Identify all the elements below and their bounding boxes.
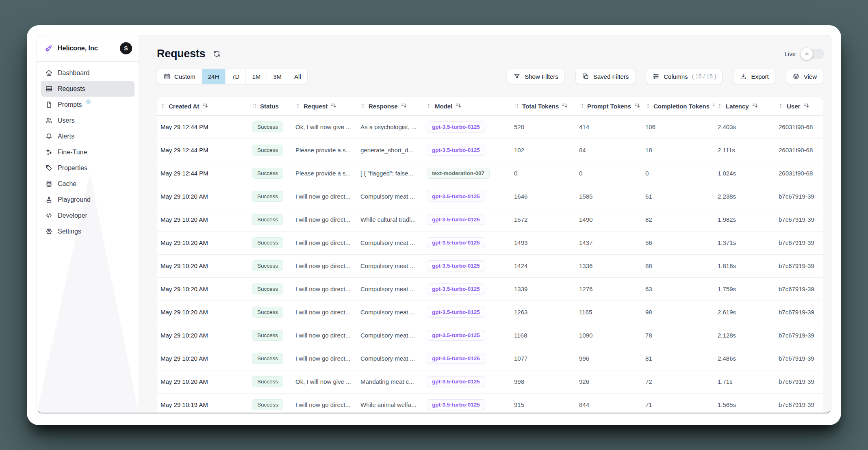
cell-model: gpt-3.5-turbo-0125 (423, 393, 511, 413)
sort-icon[interactable] (330, 102, 337, 110)
drag-dots-icon[interactable] (161, 103, 166, 110)
home-icon (45, 69, 53, 77)
sidebar-item-fine-tune[interactable]: Fine-Tune (41, 144, 135, 160)
drag-dots-icon[interactable] (579, 103, 584, 110)
drag-dots-icon[interactable] (514, 103, 519, 110)
table-row[interactable]: May 29 12:44 PMSuccessPlease provide a s… (157, 162, 823, 185)
live-label: Live (784, 50, 796, 57)
sort-icon[interactable] (455, 102, 462, 110)
model-badge: gpt-3.5-turbo-0125 (427, 214, 485, 225)
sidebar-item-alerts[interactable]: Alerts (41, 128, 135, 144)
cell-request: I will now go direct... (292, 347, 357, 370)
column-header-created-at[interactable]: Created At (157, 97, 249, 115)
columns-button[interactable]: Columns( 15 / 15 ) (646, 69, 723, 84)
cell-response: While cultural tradi... (357, 208, 423, 231)
drag-dots-icon[interactable] (252, 103, 257, 110)
drag-dots-icon[interactable] (360, 103, 366, 110)
bell-icon (45, 132, 53, 140)
drag-dots-icon[interactable] (645, 103, 651, 110)
cell-request: I will now go direct... (292, 185, 357, 208)
table-row[interactable]: May 29 10:20 AMSuccessI will now go dire… (157, 254, 823, 277)
column-label: User (787, 103, 800, 110)
sort-icon[interactable] (562, 102, 568, 110)
org-switcher[interactable]: Helicone, Inc S (37, 35, 139, 62)
cell-latency: 2.403s (714, 115, 775, 138)
table-row[interactable]: May 29 12:44 PMSuccessPlease provide a s… (157, 138, 823, 162)
cell-total-tokens: 1493 (511, 231, 576, 254)
table-row[interactable]: May 29 10:19 AMSuccessI will now go dire… (157, 393, 823, 413)
drag-dots-icon[interactable] (779, 103, 784, 110)
sidebar-item-properties[interactable]: Properties (41, 160, 135, 176)
sort-icon[interactable] (202, 102, 208, 110)
table-row[interactable]: May 29 12:44 PMSuccessOk, I will now giv… (157, 115, 823, 138)
time-range-custom[interactable]: Custom (157, 69, 202, 84)
time-range-all[interactable]: All (288, 69, 307, 84)
cell-response: Compulsory meat ... (357, 185, 423, 208)
cell-completion-tokens: 61 (642, 185, 714, 208)
sort-icon[interactable] (401, 102, 407, 110)
table-row[interactable]: May 29 10:20 AMSuccessI will now go dire… (157, 208, 823, 231)
time-range-3m[interactable]: 3M (267, 69, 288, 84)
status-badge: Success (252, 214, 283, 225)
table-row[interactable]: May 29 10:20 AMSuccessI will now go dire… (157, 347, 823, 370)
cell-model: gpt-3.5-turbo-0125 (423, 231, 511, 254)
sort-icon[interactable] (803, 102, 809, 110)
show-filters-button[interactable]: Show Filters (507, 69, 565, 84)
cell-user: 26031f90-68 (775, 138, 823, 162)
column-header-response[interactable]: Response (357, 97, 423, 115)
cell-total-tokens: 102 (511, 138, 576, 162)
column-header-request[interactable]: Request (292, 97, 357, 115)
column-header-total-tokens[interactable]: Total Tokens (511, 97, 576, 115)
drag-dots-icon[interactable] (295, 103, 301, 110)
column-header-status[interactable]: Status (249, 97, 292, 115)
sidebar-item-label: Users (58, 117, 75, 124)
column-header-user[interactable]: User (775, 97, 823, 115)
cell-created-at: May 29 10:20 AM (157, 185, 249, 208)
cell-status: Success (249, 324, 292, 347)
sort-icon[interactable] (712, 102, 714, 110)
time-range-1m[interactable]: 1M (245, 69, 267, 84)
column-header-model[interactable]: Model (423, 97, 511, 115)
table-row[interactable]: May 29 10:20 AMSuccessI will now go dire… (157, 277, 823, 301)
sidebar-item-requests[interactable]: Requests (41, 81, 135, 97)
table-row[interactable]: May 29 10:20 AMSuccessOk, I will now giv… (157, 370, 823, 393)
table-row[interactable]: May 29 10:20 AMSuccessI will now go dire… (157, 185, 823, 208)
column-header-completion-tokens[interactable]: Completion Tokens (642, 97, 714, 115)
view-button[interactable]: View (786, 69, 823, 84)
column-header-prompt-tokens[interactable]: Prompt Tokens (576, 97, 642, 115)
time-range-24h[interactable]: 24H (202, 69, 226, 84)
drag-dots-icon[interactable] (427, 103, 432, 110)
status-badge: Success (252, 399, 283, 410)
code-icon (45, 212, 53, 219)
cell-status: Success (249, 115, 292, 138)
export-button[interactable]: Export (733, 69, 775, 84)
cell-total-tokens: 1339 (511, 277, 576, 301)
sidebar-item-playground[interactable]: Playground (41, 192, 135, 208)
drag-dots-icon[interactable] (718, 103, 723, 110)
cell-response: Compulsory meat ... (357, 347, 423, 370)
sidebar-item-dashboard[interactable]: Dashboard (41, 65, 135, 81)
live-toggle[interactable] (801, 49, 824, 59)
sidebar-item-prompts[interactable]: Prompts (41, 97, 135, 112)
refresh-button[interactable] (213, 50, 221, 58)
sidebar-item-users[interactable]: Users (41, 112, 135, 128)
sidebar-item-developer[interactable]: Developer (41, 208, 135, 223)
cell-completion-tokens: 88 (642, 254, 714, 277)
cell-status: Success (249, 231, 292, 254)
saved-filters-button[interactable]: Saved Filters (575, 69, 636, 84)
time-range-7d[interactable]: 7D (225, 69, 245, 84)
sidebar-item-cache[interactable]: Cache (41, 176, 135, 192)
cell-request: I will now go direct... (292, 208, 357, 231)
sidebar-item-label: Fine-Tune (58, 149, 87, 156)
column-header-latency[interactable]: Latency (714, 97, 775, 115)
cell-model: gpt-3.5-turbo-0125 (423, 347, 511, 370)
table-row[interactable]: May 29 10:20 AMSuccessI will now go dire… (157, 324, 823, 347)
table-row[interactable]: May 29 10:20 AMSuccessI will now go dire… (157, 301, 823, 324)
columns-count: ( 15 / 15 ) (692, 73, 716, 80)
sidebar-item-label: Settings (58, 228, 81, 235)
sort-icon[interactable] (634, 102, 640, 110)
table-row[interactable]: May 29 10:20 AMSuccessI will now go dire… (157, 231, 823, 254)
sort-icon[interactable] (752, 102, 758, 110)
sidebar-item-settings[interactable]: Settings (41, 223, 135, 239)
avatar[interactable]: S (120, 42, 132, 54)
